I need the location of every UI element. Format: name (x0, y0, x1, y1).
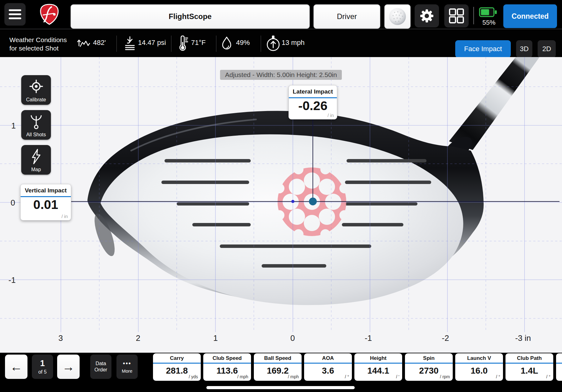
metric-card-club-path[interactable]: Club Path 1.4L / ° (505, 353, 553, 381)
lateral-impact-card: Lateral Impact -0.26 / in (288, 85, 337, 119)
apps-grid-icon (449, 8, 464, 24)
weather-divider (116, 36, 117, 52)
y-tick: -1 (8, 275, 16, 285)
flightscope-app: FlightScope Driver (0, 0, 562, 392)
origin-dot (291, 200, 294, 203)
ball-select-button[interactable] (384, 4, 411, 29)
weather-divider (171, 36, 171, 52)
all-shots-icon (27, 113, 45, 131)
connected-button[interactable]: Connected (503, 4, 557, 28)
club-label: Driver (337, 12, 357, 21)
right-arrow-icon: → (62, 360, 75, 374)
metric-card-partial[interactable] (556, 353, 562, 381)
vertical-impact-card: Vertical Impact 0.01 / in (20, 184, 71, 220)
y-tick: 1 (11, 121, 16, 131)
card-accent-bar (21, 196, 71, 197)
data-order-label: Data Order (92, 361, 109, 373)
x-tick: -2 (442, 333, 449, 343)
metric-card-carry[interactable]: Carry 281.8 / yds (153, 353, 201, 381)
gear-icon (419, 8, 434, 23)
weather-divider (216, 36, 216, 52)
adjusted-size-label: Adjusted - Width: 5.00in Height: 2.50in (220, 70, 342, 80)
altitude-icon (77, 38, 91, 50)
apps-button[interactable] (444, 4, 469, 27)
pressure-value: 14.47 psi (138, 39, 166, 47)
metric-card-ball-speed[interactable]: Ball Speed 169.2 / mph (254, 353, 302, 381)
app-title: FlightScope (169, 12, 211, 21)
vertical-impact-title: Vertical Impact (21, 184, 71, 196)
y-tick: 0 (11, 198, 15, 208)
battery-icon (479, 7, 498, 17)
metric-card-club-speed[interactable]: Club Speed 113.6 / mph (203, 353, 251, 381)
face-impact-plot: Adjusted - Width: 5.00in Height: 2.50in … (0, 57, 562, 353)
humidity-value: 49% (236, 39, 250, 47)
altitude-value: 482' (93, 39, 106, 47)
temperature-value: 71°F (191, 39, 206, 47)
calibrate-icon (27, 78, 45, 96)
lateral-impact-title: Lateral Impact (289, 85, 337, 97)
club-select-button[interactable]: Driver (313, 4, 380, 29)
shot-counter[interactable]: 1 of 5 (32, 355, 53, 379)
x-tick: 3 (58, 333, 63, 343)
lightning-bolt-icon (27, 148, 45, 166)
bottom-bar: ← 1 of 5 → Data Order ••• More Carry 281… (0, 353, 562, 392)
x-tick: -1 (365, 333, 372, 343)
shot-of-total: of 5 (38, 369, 47, 375)
more-icon: ••• (123, 360, 131, 367)
scroll-indicator[interactable] (206, 386, 355, 389)
metric-card-launch-v[interactable]: Launch V 16.0 / ° (455, 353, 503, 381)
top-bar: FlightScope Driver (0, 0, 562, 29)
data-order-button[interactable]: Data Order (90, 355, 111, 379)
calibrate-button[interactable]: Calibrate (21, 75, 51, 105)
pressure-icon (124, 36, 136, 51)
golf-ball-icon (388, 7, 407, 26)
wind-value: 13 mph (282, 39, 304, 47)
session-title-button[interactable]: FlightScope (71, 4, 310, 29)
previous-shot-button[interactable]: ← (5, 355, 27, 379)
lateral-impact-unit: / in (328, 113, 334, 118)
hamburger-menu-icon (8, 9, 22, 20)
left-arrow-icon: ← (10, 360, 22, 374)
tab-face-impact[interactable]: Face Impact (455, 40, 511, 58)
wind-icon (266, 35, 280, 52)
vertical-impact-value: 0.01 (21, 197, 71, 212)
impact-dot (309, 198, 317, 206)
x-tick: 2 (136, 333, 140, 343)
lateral-impact-value: -0.26 (289, 99, 337, 113)
metric-card-spin[interactable]: Spin 2730 / rpm (405, 353, 453, 381)
battery-indicator: 55% (479, 7, 499, 26)
vertical-impact-unit: / in (62, 214, 68, 219)
weather-bar: Weather Conditions for selected Shot 482… (0, 29, 562, 57)
map-button[interactable]: Map (21, 145, 51, 175)
topbar-divider (473, 7, 474, 24)
temperature-icon (177, 36, 189, 52)
tab-3d[interactable]: 3D (516, 40, 532, 58)
tab-2d[interactable]: 2D (538, 40, 556, 58)
metric-card-aoa[interactable]: AOA 3.6 / ° (304, 353, 352, 381)
x-tick: 1 (213, 333, 218, 343)
x-tick: -3 in (515, 333, 531, 343)
humidity-icon (221, 36, 232, 51)
card-accent-bar (289, 97, 337, 98)
settings-button[interactable] (415, 4, 439, 27)
impact-plot-canvas (0, 57, 562, 353)
all-shots-button[interactable]: All Shots (21, 110, 51, 140)
weather-label: Weather Conditions for selected Shot (9, 36, 67, 53)
connection-status: Connected (512, 12, 549, 21)
shot-number: 1 (40, 359, 45, 368)
weather-divider (261, 36, 261, 52)
x-tick: 0 (290, 333, 295, 343)
hamburger-menu-button[interactable] (4, 3, 26, 26)
flightscope-logo (39, 3, 60, 26)
metric-card-height[interactable]: Height 144.1 / ' (354, 353, 402, 381)
more-label: More (122, 368, 132, 374)
battery-percent: 55% (479, 19, 499, 26)
next-shot-button[interactable]: → (57, 355, 80, 379)
more-button[interactable]: ••• More (116, 355, 138, 379)
